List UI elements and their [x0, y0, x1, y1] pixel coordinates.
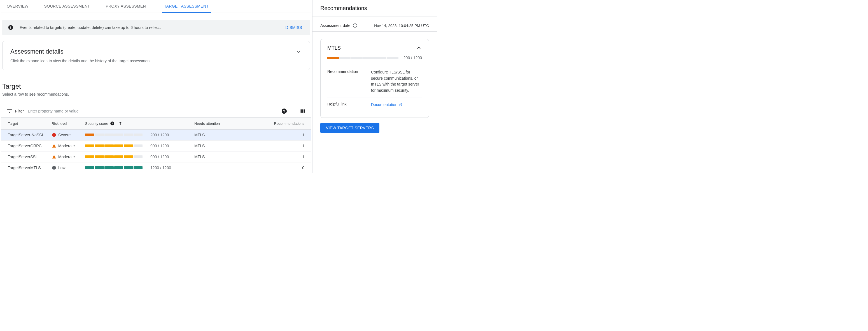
table-row[interactable]: TargetServer-NoSSLSevere200 / 1200MTLS1	[1, 130, 311, 141]
cell-risk: Low	[49, 162, 83, 173]
sort-ascending-icon	[118, 121, 123, 126]
svg-rect-2	[10, 26, 11, 27]
columns-icon[interactable]	[300, 108, 306, 114]
recommendation-card-title: MTLS	[327, 45, 341, 51]
collapse-icon[interactable]	[416, 45, 422, 51]
tab-bar: OVERVIEWSOURCE ASSESSMENTPROXY ASSESSMEN…	[1, 0, 311, 13]
th-target[interactable]: Target	[1, 117, 49, 130]
dismiss-button[interactable]: DISMISS	[283, 24, 304, 31]
table-row[interactable]: TargetServerMTLSLow1200 / 1200—0	[1, 162, 311, 173]
svg-rect-19	[54, 167, 54, 167]
recommendations-heading: Recommendations	[312, 0, 437, 17]
svg-text:?: ?	[283, 109, 285, 113]
th-rec[interactable]: Recommendations	[262, 117, 311, 130]
svg-rect-21	[355, 25, 355, 27]
expand-icon[interactable]	[295, 48, 302, 55]
tab-target-assessment[interactable]: TARGET ASSESSMENT	[162, 0, 211, 12]
cell-target: TargetServerSSL	[1, 151, 49, 162]
svg-rect-22	[355, 24, 355, 25]
svg-rect-15	[54, 156, 54, 157]
cell-recommendations: 1	[262, 130, 311, 141]
th-score[interactable]: Security score ?	[83, 117, 192, 130]
cell-score: 1200 / 1200	[83, 162, 192, 173]
svg-rect-11	[54, 134, 54, 135]
info-icon	[8, 25, 13, 30]
table-row[interactable]: TargetServerGRPCModerate900 / 1200MTLS1	[1, 141, 311, 151]
cell-target: TargetServerGRPC	[1, 141, 49, 151]
filter-input[interactable]	[28, 109, 281, 113]
helpful-link-label: Helpful link	[327, 102, 367, 108]
svg-rect-7	[304, 109, 305, 113]
target-subtitle: Select a row to see recommendations.	[2, 92, 310, 96]
svg-rect-13	[54, 145, 54, 146]
score-bar	[85, 144, 143, 147]
cell-risk: Moderate	[49, 141, 83, 151]
tab-proxy-assessment[interactable]: PROXY ASSESSMENT	[103, 0, 150, 12]
info-icon[interactable]	[352, 23, 358, 28]
svg-rect-5	[301, 109, 302, 113]
cell-target: TargetServer-NoSSL	[1, 130, 49, 141]
cell-recommendations: 0	[262, 162, 311, 173]
moderate-icon	[52, 154, 57, 159]
svg-rect-6	[302, 109, 303, 113]
severe-icon	[52, 132, 57, 137]
target-heading: Target	[2, 82, 310, 90]
svg-rect-1	[10, 27, 11, 29]
svg-rect-12	[54, 136, 54, 136]
low-icon	[52, 165, 57, 170]
score-bar	[85, 166, 143, 169]
assessment-details-title: Assessment details	[10, 48, 64, 55]
cell-score: 900 / 1200	[83, 151, 192, 162]
filter-icon	[7, 108, 12, 114]
assessment-details-subtitle: Click the expand icon to view the detail…	[10, 59, 302, 63]
cell-recommendations: 1	[262, 151, 311, 162]
help-icon[interactable]: ?	[281, 108, 287, 114]
filter-bar: Filter ?	[1, 105, 311, 117]
cell-needs: —	[192, 162, 262, 173]
external-link-icon	[398, 103, 402, 107]
cell-needs: MTLS	[192, 151, 262, 162]
svg-rect-18	[54, 167, 54, 169]
documentation-link[interactable]: Documentation	[371, 102, 402, 108]
assessment-date-label: Assessment date	[320, 23, 350, 28]
tab-overview[interactable]: OVERVIEW	[4, 0, 31, 12]
cell-risk: Severe	[49, 130, 83, 141]
card-score-text: 200 / 1200	[403, 56, 422, 60]
score-bar	[85, 156, 143, 158]
recommendation-label: Recommendation	[327, 69, 367, 94]
assessment-details-card: Assessment details Click the expand icon…	[2, 41, 310, 70]
cell-recommendations: 1	[262, 141, 311, 151]
view-target-servers-button[interactable]: VIEW TARGET SERVERS	[320, 123, 379, 133]
th-needs[interactable]: Needs attention	[192, 117, 262, 130]
cell-needs: MTLS	[192, 130, 262, 141]
th-risk[interactable]: Risk level	[49, 117, 83, 130]
help-icon[interactable]: ?	[110, 121, 115, 126]
banner-text: Events related to targets (create, updat…	[20, 25, 283, 30]
score-bar	[85, 134, 143, 136]
moderate-icon	[52, 143, 57, 148]
score-bar	[327, 57, 398, 59]
filter-label: Filter	[15, 109, 24, 113]
cell-score: 200 / 1200	[83, 130, 192, 141]
table-row[interactable]: TargetServerSSLModerate900 / 1200MTLS1	[1, 151, 311, 162]
svg-rect-16	[54, 158, 54, 158]
cell-risk: Moderate	[49, 151, 83, 162]
info-banner: Events related to targets (create, updat…	[2, 20, 310, 35]
recommendation-text: Configure TLS/SSL for secure communicati…	[371, 69, 422, 94]
svg-rect-14	[54, 147, 54, 147]
target-table: Target Risk level Security score ? Needs…	[1, 117, 311, 173]
tab-source-assessment[interactable]: SOURCE ASSESSMENT	[42, 0, 92, 12]
cell-needs: MTLS	[192, 141, 262, 151]
cell-score: 900 / 1200	[83, 141, 192, 151]
svg-text:?: ?	[112, 122, 114, 125]
recommendation-card: MTLS 200 / 1200 Recommendation Configure…	[320, 39, 429, 118]
cell-target: TargetServerMTLS	[1, 162, 49, 173]
assessment-date-value: Nov 14, 2023, 10:04:25 PM UTC	[374, 24, 429, 28]
